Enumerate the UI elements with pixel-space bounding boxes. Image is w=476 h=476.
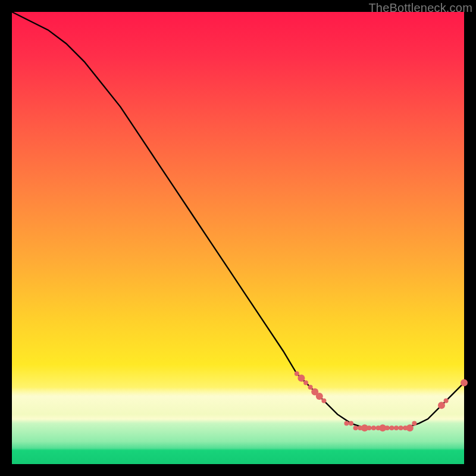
marker-dot bbox=[308, 385, 313, 390]
marker-dot bbox=[406, 424, 414, 431]
marker-dot bbox=[461, 379, 468, 386]
watermark-text: TheBottleneck.com bbox=[368, 1, 472, 15]
marker-dot bbox=[371, 425, 376, 430]
marker-dot bbox=[399, 425, 403, 430]
chart-stage: TheBottleneck.com bbox=[0, 0, 476, 476]
marker-dot bbox=[295, 371, 299, 376]
bottleneck-curve bbox=[12, 12, 464, 428]
highlight-dots bbox=[295, 371, 468, 431]
chart-plot-area bbox=[12, 12, 464, 464]
marker-dot bbox=[385, 425, 390, 430]
marker-dot bbox=[367, 425, 371, 430]
marker-dot bbox=[349, 421, 353, 426]
marker-dot bbox=[321, 399, 326, 403]
marker-dot bbox=[316, 393, 323, 400]
marker-dot bbox=[438, 402, 445, 409]
marker-dot bbox=[353, 425, 358, 430]
marker-dot bbox=[389, 425, 394, 430]
marker-dot bbox=[394, 425, 399, 430]
marker-dot bbox=[298, 375, 305, 382]
chart-svg bbox=[12, 12, 464, 464]
marker-dot bbox=[303, 380, 308, 385]
marker-dot bbox=[344, 421, 349, 426]
marker-dot bbox=[412, 421, 416, 426]
marker-dot bbox=[444, 399, 449, 403]
